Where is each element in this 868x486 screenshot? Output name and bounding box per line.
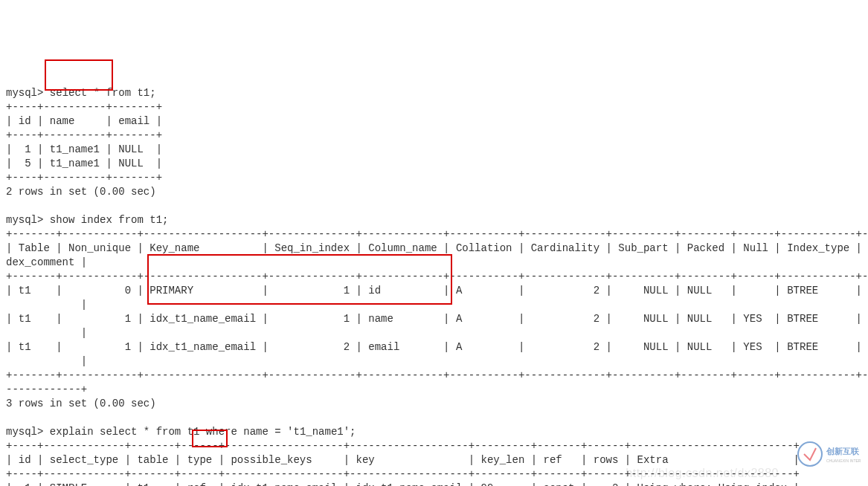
- table-divider: +----+----------+-------+: [6, 101, 162, 113]
- prompt-line[interactable]: mysql> select * from t1;: [6, 87, 156, 99]
- prompt-line[interactable]: mysql> show index from t1;: [6, 214, 168, 226]
- table-divider-wrap: ------------+: [6, 383, 87, 395]
- result-footer: 3 rows in set (0.00 sec): [6, 398, 156, 409]
- table-divider: +----+----------+-------+: [6, 129, 162, 141]
- table-row: | 1 | t1_name1 | NULL |: [6, 143, 162, 155]
- table-row: | t1 | 0 | PRIMARY | 1 | id | A | 2 | NU…: [6, 285, 868, 297]
- svg-point-0: [798, 442, 822, 466]
- table-row: | 5 | t1_name1 | NULL |: [6, 158, 162, 169]
- table-row: | t1 | 1 | idx_t1_name_email | 2 | email…: [6, 341, 868, 353]
- result-footer: 2 rows in set (0.00 sec): [6, 186, 156, 198]
- query-show-index: show index from t1;: [50, 214, 169, 226]
- table-divider: +-------+------------+------------------…: [6, 270, 868, 282]
- table-divider: +----+-------------+-------+------+-----…: [6, 440, 800, 452]
- table-row-wrap: |: [6, 299, 87, 311]
- prompt-line[interactable]: mysql> explain select * from t1 where na…: [6, 426, 356, 438]
- prompt: mysql>: [6, 87, 43, 99]
- prompt: mysql>: [6, 426, 43, 438]
- table-row: | t1 | 1 | idx_t1_name_email | 1 | name …: [6, 313, 868, 325]
- table-header: | id | select_type | table | type | poss…: [6, 454, 800, 466]
- prompt: mysql>: [6, 214, 43, 226]
- svg-text:创新互联: 创新互联: [826, 447, 860, 456]
- table-header-wrap: dex_comment |: [6, 256, 87, 268]
- table-header: | Table | Non_unique | Key_name | Seq_in…: [6, 242, 868, 254]
- table-row: | 1 | SIMPLE | t1 | ref | idx_t1_name_em…: [6, 482, 800, 486]
- logo-icon: 创新互联 CHUANGXIN INTERNET: [797, 412, 861, 482]
- svg-text:CHUANGXIN INTERNET: CHUANGXIN INTERNET: [826, 459, 861, 463]
- query-select-t1: select * from t1;: [50, 87, 156, 99]
- table-divider: +-------+------------+------------------…: [6, 228, 868, 240]
- table-divider: +-------+------------+------------------…: [6, 369, 868, 381]
- mysql-terminal: mysql> select * from t1; +----+---------…: [0, 71, 868, 486]
- table-row-wrap: |: [6, 327, 87, 339]
- watermark-text: http://blog.csdn.net/dx2880: [626, 466, 779, 480]
- query-explain: explain select * from t1 where name = 't…: [50, 426, 356, 438]
- table-row-wrap: |: [6, 355, 87, 367]
- table-header: | id | name | email |: [6, 115, 162, 127]
- table-divider: +----+----------+-------+: [6, 172, 162, 184]
